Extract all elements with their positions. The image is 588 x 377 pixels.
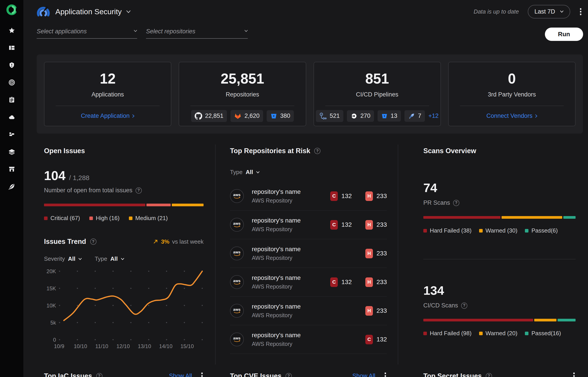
help-icon[interactable] xyxy=(453,200,459,206)
show-all-link[interactable]: Show All xyxy=(169,373,192,377)
bitbucket-repo-count: 380 xyxy=(280,112,290,119)
help-icon[interactable] xyxy=(486,373,492,377)
top-secret-issues-title: Top Secret Issues xyxy=(423,372,482,377)
bar-segment xyxy=(563,216,576,219)
type-filter-dropdown[interactable]: Type All xyxy=(95,255,124,262)
severity-count: 233 xyxy=(376,307,387,314)
azure-pipelines-count: 7 xyxy=(418,112,421,119)
severity-badge: H xyxy=(365,220,373,230)
application-security-dashboard: Application Security Data is up to date … xyxy=(0,0,588,377)
repo-type-filter-dropdown[interactable]: Type All xyxy=(230,169,260,176)
chevron-down-icon xyxy=(134,30,137,32)
cloud-icon[interactable] xyxy=(8,113,16,121)
chevron-down-icon xyxy=(244,30,248,32)
help-icon[interactable] xyxy=(314,148,321,154)
filter-bar: Select applications Select repositories … xyxy=(37,27,583,43)
star-icon[interactable] xyxy=(8,27,16,34)
severity-badge-group: H233 xyxy=(358,277,387,287)
repository-row[interactable]: aws repository's name AWS Repository C13… xyxy=(230,325,387,354)
severity-count: 233 xyxy=(376,279,387,286)
clipboard-icon[interactable] xyxy=(8,96,16,104)
time-range-dropdown[interactable]: Last 7D xyxy=(528,5,570,18)
repository-row[interactable]: aws repository's name AWS Repository H23… xyxy=(230,296,387,325)
github-icon xyxy=(195,112,202,120)
arrow-up-right-icon xyxy=(153,239,159,245)
severity-count: 132 xyxy=(341,279,352,286)
aws-logo-text: aws xyxy=(233,336,241,340)
bitbucket-icon xyxy=(270,112,277,120)
aws-smile-icon xyxy=(233,225,240,228)
severity-badge-group: C132 xyxy=(323,220,352,230)
connect-vendors-label: Connect Vendors xyxy=(486,112,532,119)
severity-count: 132 xyxy=(376,336,387,343)
aws-logo-text: aws xyxy=(233,250,241,254)
storefront-icon[interactable] xyxy=(8,165,16,173)
bar-segment xyxy=(534,319,557,321)
help-icon[interactable] xyxy=(461,303,467,309)
create-application-link[interactable]: Create Application xyxy=(81,112,134,119)
stats-band: 12 Applications Create Application 25,85… xyxy=(37,54,583,134)
severity-badge: H xyxy=(365,277,373,287)
total-issues-count: / 1,288 xyxy=(69,174,90,182)
help-icon[interactable] xyxy=(286,373,292,377)
severity-filter-dropdown[interactable]: Severity All xyxy=(44,255,82,262)
dashboard-icon[interactable] xyxy=(8,44,16,52)
legend-item: Warned (30) xyxy=(479,227,518,234)
svg-text:20K: 20K xyxy=(46,268,56,274)
repo-name: repository's name xyxy=(252,188,301,195)
select-applications-dropdown[interactable]: Select applications xyxy=(37,27,137,39)
repository-row[interactable]: aws repository's name AWS Repository C13… xyxy=(230,182,387,211)
more-pipelines-link[interactable]: +12 xyxy=(428,112,439,119)
header-kebab-menu[interactable] xyxy=(579,7,582,16)
layers-icon[interactable] xyxy=(8,148,16,156)
chevron-right-icon xyxy=(132,114,134,118)
scans-overview-title: Scans Overview xyxy=(423,147,476,155)
repository-row[interactable]: aws repository's name AWS Repository C13… xyxy=(230,268,387,296)
section-kebab-menu[interactable] xyxy=(200,372,204,377)
svg-text:5k: 5k xyxy=(50,320,56,326)
severity-count: 132 xyxy=(341,192,352,200)
repository-row[interactable]: aws repository's name AWS Repository H23… xyxy=(230,239,387,268)
feather-icon[interactable] xyxy=(8,183,16,190)
aws-smile-icon xyxy=(233,340,240,342)
repo-type-filter-label: Type xyxy=(230,169,242,176)
help-icon[interactable] xyxy=(96,373,103,377)
aws-logo-text: aws xyxy=(233,193,241,197)
help-icon[interactable] xyxy=(136,187,142,194)
severity-filter-label: Severity xyxy=(44,255,65,262)
show-all-link[interactable]: Show All xyxy=(352,373,375,377)
title-chevron-down-icon[interactable] xyxy=(126,10,131,13)
shield-alert-icon[interactable] xyxy=(8,61,16,69)
repository-list: aws repository's name AWS Repository C13… xyxy=(230,182,387,354)
scans-overview-section: Scans Overview 74 PR Scans Hard Failed (… xyxy=(423,143,576,337)
aws-smile-icon xyxy=(233,311,240,314)
aws-smile-icon xyxy=(233,254,240,257)
target-icon[interactable] xyxy=(8,79,16,86)
run-button[interactable]: Run xyxy=(545,28,583,41)
section-kebab-menu[interactable] xyxy=(384,372,387,377)
severity-badge-group: C132 xyxy=(358,335,387,344)
severity-count: 233 xyxy=(376,192,387,200)
bitbucket-icon xyxy=(381,113,388,119)
cicd-scans-bar xyxy=(423,319,576,321)
issues-trend-line-chart: 20K15K10K5k010/910/1011/1012/1013/1014/1… xyxy=(44,266,204,350)
repo-name: repository's name xyxy=(252,303,301,310)
severity-badge-group: C132 xyxy=(323,277,352,287)
aws-avatar: aws xyxy=(230,304,244,318)
severity-badge: C xyxy=(330,220,338,230)
company-logo-icon[interactable] xyxy=(6,4,17,15)
header-right: Data is up to date Last 7D xyxy=(473,5,582,18)
repo-subtitle: AWS Repository xyxy=(252,341,301,347)
pipelines-count: 851 xyxy=(365,71,389,86)
connect-vendors-link[interactable]: Connect Vendors xyxy=(486,112,537,119)
section-kebab-menu[interactable] xyxy=(572,372,576,377)
repository-row[interactable]: aws repository's name AWS Repository C13… xyxy=(230,211,387,239)
column-divider xyxy=(398,144,398,365)
bar-segment xyxy=(423,319,533,321)
severity-count: 233 xyxy=(376,221,387,228)
help-icon[interactable] xyxy=(90,238,96,245)
severity-badges: H233 xyxy=(358,306,387,316)
blocks-icon[interactable] xyxy=(8,131,16,138)
select-repositories-dropdown[interactable]: Select repositories xyxy=(146,27,248,39)
open-issues-severity-bar xyxy=(44,204,204,206)
